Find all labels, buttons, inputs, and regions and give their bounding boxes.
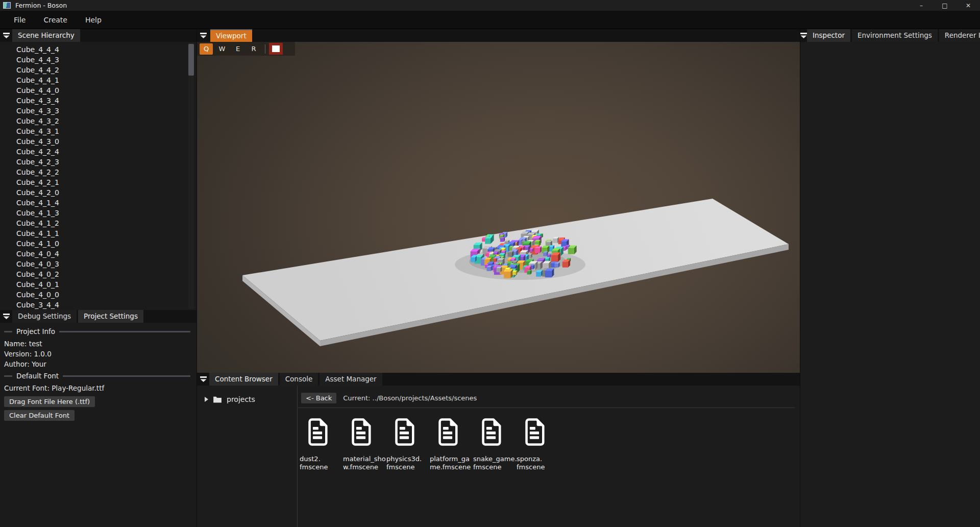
close-button[interactable]: ✕ [957, 0, 980, 11]
section-title: Project Info [16, 327, 55, 336]
tab-project-settings[interactable]: Project Settings [78, 310, 143, 323]
window-controls: –□✕ [910, 0, 980, 11]
menu-item-create[interactable]: Create [35, 12, 76, 28]
file-item[interactable]: physics3d. fmscene [386, 417, 430, 471]
settings-tabbar: Debug SettingsProject Settings [0, 310, 197, 323]
files-grid: dust2. fmscene material_sho w.fmscene ph… [300, 417, 560, 471]
scene-file-icon [394, 417, 414, 447]
current-path: Current: ../Boson/projects/Assets/scenes [343, 394, 477, 402]
hierarchy-item[interactable]: Cube_4_4_3 [0, 55, 197, 65]
hierarchy-scrollbar[interactable] [188, 43, 194, 309]
hierarchy-item[interactable]: Cube_4_1_0 [0, 238, 197, 249]
collapse-glyph [3, 314, 10, 319]
hierarchy-item[interactable]: Cube_4_4_0 [0, 85, 197, 95]
app-icon [3, 2, 11, 9]
content-browser-body: projects <- Back Current: ../Boson/proje… [197, 386, 800, 527]
tab-inspector[interactable]: Inspector [807, 29, 850, 42]
hierarchy-item[interactable]: Cube_4_3_2 [0, 116, 197, 126]
hierarchy-item[interactable]: Cube_4_4_2 [0, 65, 197, 75]
hierarchy-item[interactable]: Cube_4_3_3 [0, 106, 197, 116]
tree-item-projects[interactable]: projects [197, 386, 297, 403]
menu-item-help[interactable]: Help [77, 12, 110, 28]
file-item[interactable]: material_sho w.fmscene [343, 417, 386, 471]
file-name: platform_ga me.fmscene [430, 455, 473, 471]
clear-color-swatch[interactable] [269, 43, 283, 55]
hierarchy-item[interactable]: Cube_3_4_4 [0, 300, 197, 310]
hierarchy-item[interactable]: Cube_4_2_1 [0, 177, 197, 187]
gizmo-button-r[interactable]: R [247, 43, 260, 55]
menu-item-file[interactable]: File [6, 12, 34, 28]
info-row: Name: test [0, 339, 197, 349]
tab-environment-settings[interactable]: Environment Settings [852, 29, 938, 42]
file-item[interactable]: platform_ga me.fmscene [430, 417, 473, 471]
collapse-panel-icon[interactable] [800, 29, 807, 42]
menu-bar: FileCreateHelp [0, 11, 980, 29]
hierarchy-item[interactable]: Cube_4_3_0 [0, 136, 197, 147]
hierarchy-item[interactable]: Cube_4_1_2 [0, 218, 197, 228]
viewport-tabbar: Viewport [197, 29, 800, 42]
hierarchy-scrollbar-thumb[interactable] [188, 44, 194, 76]
file-name: physics3d. fmscene [386, 455, 430, 471]
viewport-toolbar: QWER [197, 42, 295, 56]
clear-default-font-button[interactable]: Clear Default Font [4, 410, 75, 421]
tab-viewport[interactable]: Viewport [210, 29, 252, 42]
hierarchy-item[interactable]: Cube_4_0_2 [0, 269, 197, 279]
header-dash-icon [4, 375, 12, 377]
drag-font-file-here-ttf--button[interactable]: Drag Font File Here (.ttf) [4, 396, 95, 407]
settings-section-project-info: Project InfoName: testVersion: 1.0.0Auth… [0, 327, 197, 369]
hierarchy-item[interactable]: Cube_4_3_1 [0, 126, 197, 136]
file-item[interactable]: dust2. fmscene [300, 417, 343, 471]
header-line-icon [63, 375, 190, 377]
tab-scene-hierarchy[interactable]: Scene Hierarchy [12, 29, 80, 42]
gizmo-button-e[interactable]: E [231, 43, 244, 55]
tab-debug-settings[interactable]: Debug Settings [12, 310, 77, 323]
file-name: snake_game. fmscene [473, 455, 517, 471]
hierarchy-item[interactable]: Cube_4_0_3 [0, 259, 197, 269]
gizmo-button-w[interactable]: W [215, 43, 229, 55]
scene-file-icon [351, 417, 371, 447]
file-item[interactable]: sponza. fmscene [517, 417, 560, 471]
hierarchy-item[interactable]: Cube_4_2_0 [0, 187, 197, 198]
expand-arrow-icon[interactable] [205, 397, 208, 402]
hierarchy-item[interactable]: Cube_4_0_4 [0, 249, 197, 259]
window-title: Fermion - Boson [15, 2, 67, 9]
file-name: material_sho w.fmscene [343, 455, 386, 471]
hierarchy-item[interactable]: Cube_4_4_1 [0, 75, 197, 85]
collapse-glyph [3, 33, 10, 38]
hierarchy-item[interactable]: Cube_4_0_1 [0, 279, 197, 290]
hierarchy-item[interactable]: Cube_4_1_1 [0, 228, 197, 238]
minimize-button[interactable]: – [910, 0, 933, 11]
tab-renderer-info[interactable]: Renderer Info [939, 29, 980, 42]
inspector-tabbar: InspectorEnvironment SettingsRenderer In… [800, 29, 980, 42]
collapse-panel-icon[interactable] [197, 29, 209, 42]
file-name: dust2. fmscene [300, 455, 343, 471]
hierarchy-item[interactable]: Cube_4_4_4 [0, 44, 197, 55]
hierarchy-item[interactable]: Cube_4_1_4 [0, 198, 197, 208]
files-header: <- Back Current: ../Boson/projects/Asset… [301, 393, 795, 403]
hierarchy-item[interactable]: Cube_4_3_4 [0, 95, 197, 106]
collapse-panel-icon[interactable] [0, 29, 12, 42]
header-line-icon [59, 331, 190, 332]
hierarchy-item[interactable]: Cube_4_2_2 [0, 167, 197, 177]
viewport-3d[interactable]: QWER [197, 42, 800, 373]
hierarchy-item[interactable]: Cube_4_2_4 [0, 147, 197, 157]
tab-asset-manager[interactable]: Asset Manager [320, 373, 382, 386]
viewport-scene [197, 42, 800, 373]
hierarchy-item[interactable]: Cube_4_0_0 [0, 290, 197, 300]
settings-section-default-font: Default FontCurrent Font: Play-Regular.t… [0, 372, 197, 421]
hierarchy-item[interactable]: Cube_4_1_3 [0, 208, 197, 218]
inspector-body [800, 42, 980, 527]
bottom-tabbar: Content BrowserConsoleAsset Manager [197, 373, 800, 386]
back-button[interactable]: <- Back [301, 393, 336, 403]
hierarchy-item[interactable]: Cube_4_2_3 [0, 157, 197, 167]
collapse-panel-icon[interactable] [0, 310, 12, 323]
collapse-panel-icon[interactable] [197, 373, 209, 386]
folder-icon [213, 396, 222, 403]
tab-console[interactable]: Console [280, 373, 318, 386]
file-item[interactable]: snake_game. fmscene [473, 417, 517, 471]
center-column: Viewport QWER Content BrowserConsoleAsse… [197, 29, 800, 527]
maximize-button[interactable]: □ [933, 0, 957, 11]
gizmo-button-q[interactable]: Q [200, 43, 213, 55]
tab-content-browser[interactable]: Content Browser [209, 373, 278, 386]
scene-file-icon [524, 417, 545, 447]
